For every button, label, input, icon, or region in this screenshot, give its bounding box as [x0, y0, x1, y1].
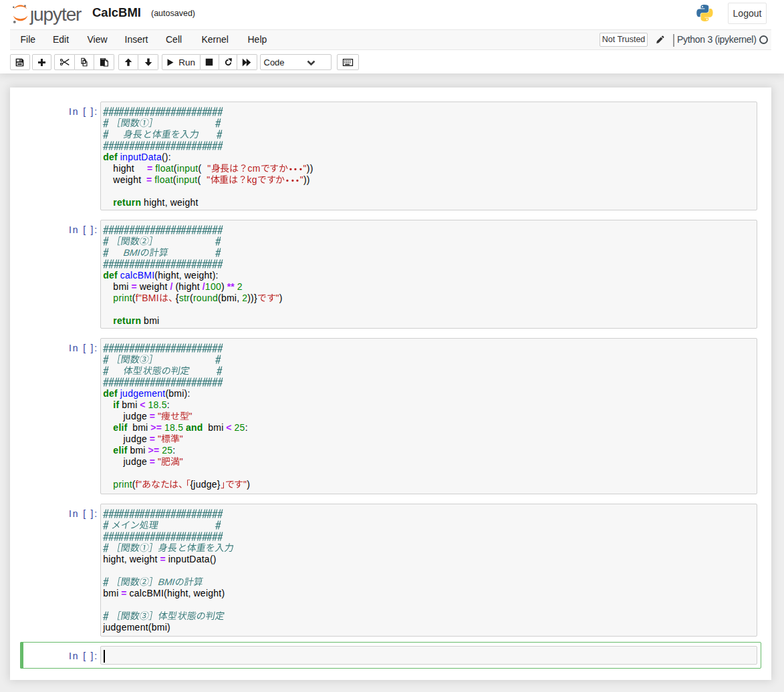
svg-text:ȷupyter: ȷupyter — [29, 4, 82, 25]
